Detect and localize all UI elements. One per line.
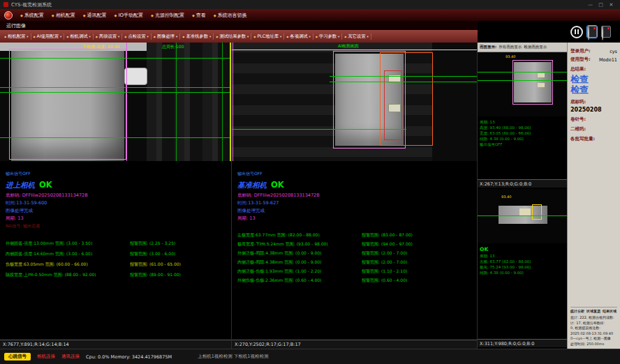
icon-panel <box>567 21 620 43</box>
note-line: NG信号: 输出完成 <box>6 223 231 229</box>
status-line: 图像处理完成 <box>6 208 231 214</box>
preview-panel-2[interactable]: 93.40 OK 周期: 13 左极: 63.77 (82.00 - 88.00… <box>478 189 567 349</box>
preview-panel-1[interactable]: 93.40 周期: 13 高度: 93.40 (88.00 - 98.00) 宽… <box>478 52 567 189</box>
cycle-line: 周期: 13 <box>237 215 477 222</box>
tool-spot-check[interactable]: 点检设置 <box>122 33 152 40</box>
preview-image-2: 93.40 <box>478 189 567 243</box>
preview-header-label: 画面显示: <box>480 45 496 50</box>
menu-io-manual-config[interactable]: IO手动配置 <box>115 12 143 19</box>
camera-image-lower[interactable]: AI检测画面 <box>232 43 477 161</box>
result-block-lower: 输出信号OFF 基准相机OK 底标码: DFFIiiw2025020813313… <box>232 161 477 222</box>
stats-line: 处理时间: 250.00ms <box>570 342 617 347</box>
preview-image-1: 93.40 <box>478 52 567 116</box>
coord-readout-lower: X:270,Y:2502;R:17;G:17;B:17 <box>232 340 477 349</box>
time-line: 时间:13-31-59-600 <box>6 200 231 206</box>
camera-task-labels: 上相机1视检检测 下相机1视检检测 <box>198 354 268 360</box>
total-result-value: 检查 检查 <box>570 74 617 95</box>
tool-learning-params[interactable]: 学习参数 <box>313 33 343 40</box>
tool-camera-debug[interactable]: 相机调试 <box>64 33 94 40</box>
measure-row: 隔膜宽度-上PR:0.50mm 范围: (88.00 - 92.00)报警范围:… <box>6 269 231 280</box>
led-highlight <box>388 104 401 112</box>
stats-tab-analysis[interactable]: 统计分析 <box>570 309 584 314</box>
preview-option-all[interactable]: 所有画面显示 <box>499 45 522 50</box>
pause-icon <box>575 29 576 34</box>
measure-row: 左极宽度:63.77mm 范围: (82.00 - 88.00)报警范围: (8… <box>237 230 477 239</box>
menu-comm-config[interactable]: 通讯配置 <box>83 12 107 19</box>
tool-plc-address[interactable]: PLC地址库 <box>251 33 284 40</box>
menubar: 系统配置 相机配置 通讯配置 IO手动配置 光源控制配置 查看 系统语言切换 <box>0 9 620 21</box>
preview-overlay: 93.40 <box>505 54 515 59</box>
camera-1-icon <box>588 26 589 40</box>
cpu-memory-readout: Cpu: 0.0% Memory: 3424.41796875M <box>86 354 172 360</box>
window-title: CYS-视觉检测系统 <box>11 1 585 8</box>
app-logo-icon <box>4 11 13 20</box>
info-sidebar: 登录用户: cys 使用型号: Mode11 总结果: 检查 检查 底标码: 2… <box>567 43 620 349</box>
connector-part <box>124 68 147 85</box>
tool-baseline-params[interactable]: 基准线参数 <box>180 33 214 40</box>
barcode-line: 底标码: DFFIiiw2025020813313472B <box>6 192 231 199</box>
stats-tab-result[interactable]: 结果区域 <box>603 309 617 314</box>
minimize-button[interactable]: — <box>585 2 596 8</box>
titlebar: CYS-视觉检测系统 — □ ✕ <box>0 0 620 9</box>
camera-panel-upper: 下检测:高度: 93.40 总周长:100 输出信号OFF 进上相机OK 底标码… <box>0 43 232 349</box>
preview-column: 画面显示: 所有画面显示 检测画面显示 93.40 周期: 13 高度: 93.… <box>478 43 567 349</box>
tool-various-debug[interactable]: 各项调试 <box>284 33 313 40</box>
menu-camera-config[interactable]: 相机配置 <box>52 12 75 19</box>
app-icon <box>3 2 8 7</box>
model-value[interactable]: Mode11 <box>599 57 617 63</box>
measure-row: 内侧正极-负极:1.93mm 范围: (1.00 - 2.20)报警范围: (1… <box>237 266 477 275</box>
measure-rows-upper: 外侧圆弧-强度:13.00mm 范围: (3.00 - 3.50)报警范围: (… <box>0 229 231 280</box>
output-signal: 输出信号OFF <box>237 171 477 177</box>
measure-row: 外侧负极-负极:2.36mm 范围: (0.60 - 4.00)报警范围: (0… <box>237 275 477 285</box>
tool-test-result-params[interactable]: 测试结果参数 <box>214 33 251 40</box>
measure-overlay-yellow: 下检测:高度: 93.40 <box>82 44 119 50</box>
tool-camera-config[interactable]: 相机配置 <box>2 33 31 40</box>
stats-line: 计: 17, 检测分布数排: <box>570 321 617 326</box>
total-result-label: 总结果: <box>570 66 617 73</box>
measure-row: 外侧圆弧-强度:13.00mm 范围: (3.00 - 3.50)报警范围: (… <box>6 238 231 248</box>
result-ok-badge: OK <box>39 180 52 190</box>
camera-image-upper[interactable]: 下检测:高度: 93.40 总周长:100 <box>0 43 231 161</box>
result-block-upper: 输出信号OFF 进上相机OK 底标码: DFFIiiw2025020813313… <box>0 161 231 229</box>
stats-tab-region[interactable]: 区域复选 <box>586 309 600 314</box>
result-title: 进上相机 <box>6 181 35 189</box>
camera-2-button[interactable] <box>601 26 611 38</box>
preview-option-detect[interactable]: 检测画面显示 <box>524 45 547 50</box>
tool-image-processing[interactable]: 图像处理 <box>152 33 181 40</box>
coord-readout-preview-2: X:311;Y:980;R:0;G:0;B:0 <box>478 339 567 347</box>
ai-view-label: AI检测画面 <box>338 43 359 50</box>
measure-row: 外侧正极-间隙:4.38mm 范围: (0.00 - 9.00)报警范围: (2… <box>237 248 477 257</box>
tool-advanced-settings[interactable]: 高级设置 <box>94 33 123 40</box>
preview-overlay: 93.40 <box>501 195 511 199</box>
menu-system-config[interactable]: 系统配置 <box>20 12 44 19</box>
measure-row: 内侧正极-间隙:4.38mm 范围: (0.00 - 9.00)报警范围: (2… <box>237 257 477 266</box>
pause-button[interactable] <box>570 26 583 38</box>
menu-light-control-config[interactable]: 光源控制配置 <box>151 12 184 19</box>
preview-ok-badge: OK <box>480 246 565 253</box>
result-ok-badge: OK <box>271 180 284 190</box>
status-line: 图像处理完成 <box>237 208 477 214</box>
menu-view[interactable]: 查看 <box>192 12 206 19</box>
measure-row: 极耳宽度-下PR:5.24mm 范围: (93.00 - 98.00)报警范围:… <box>237 239 477 248</box>
qr-code-label: 二维码: <box>570 126 617 132</box>
top-gap <box>478 21 567 43</box>
run-image-tab[interactable]: 运行图像 <box>0 21 478 30</box>
camera-panel-lower: AI检测画面 输出信号OFF 基准相机OK 底标码: DFFIiiw202502… <box>232 43 478 349</box>
camera-2-icon <box>602 26 603 40</box>
model-label: 使用型号: <box>570 56 591 63</box>
login-user-value: cys <box>610 49 617 54</box>
base-barcode-value: 20250208 <box>570 107 617 113</box>
tool-ai-config[interactable]: AI使用配置 <box>31 33 65 40</box>
tool-other-settings[interactable]: 其它设置 <box>342 33 371 40</box>
menu-language-switch[interactable]: 系统语言切换 <box>214 12 247 19</box>
close-button[interactable]: ✕ <box>606 2 617 8</box>
result-title: 基准相机 <box>237 181 267 189</box>
statusbar: 心跳信号 相机连接 通讯连接 Cpu: 0.0% Memory: 3424.41… <box>0 349 620 364</box>
toolbar: 相机配置 AI使用配置 相机调试 高级设置 点检设置 图像处理 基准线参数 测试… <box>0 30 478 43</box>
stats-block: 统计分析 区域复选 结果区域 批计: 222, 检测合格判读数: 计: 17, … <box>570 307 617 347</box>
measure-row-warning: 负极宽度:63.05mm 范围: (60.00 - 66.00)报警范围: (6… <box>6 259 231 269</box>
preview-result-lines-2: OK 周期: 13 左极: 63.77 (82.00 - 88.00) 极耳: … <box>478 243 567 278</box>
cycle-line: 周期: 13 <box>6 215 231 222</box>
maximize-button[interactable]: □ <box>596 2 606 8</box>
camera-1-button[interactable] <box>587 26 597 38</box>
